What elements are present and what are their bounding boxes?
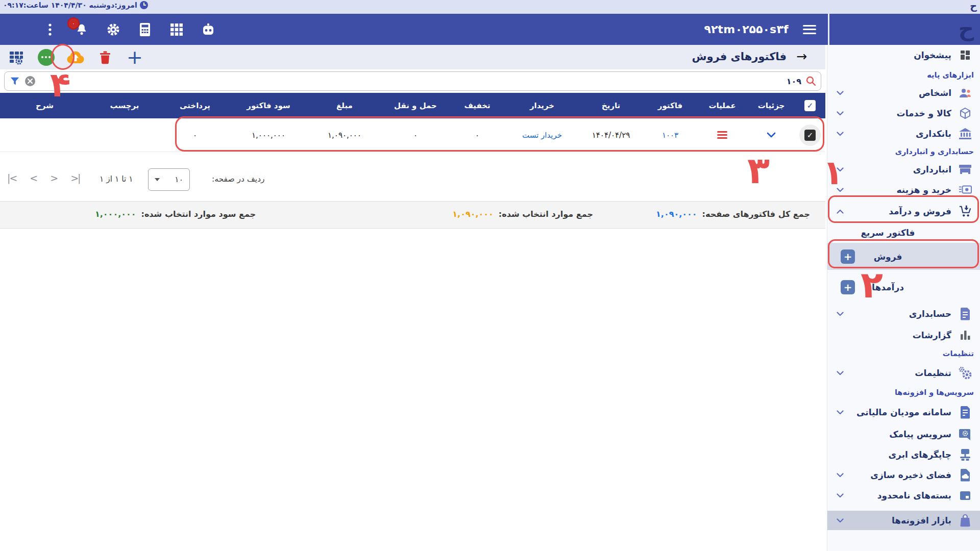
brand-logo-small: ح: [970, 0, 977, 11]
row-details-expander[interactable]: [748, 132, 795, 138]
page-title-bar: فاکتورهای فروش → +: [0, 45, 825, 69]
goods-icon: [959, 107, 972, 120]
apps-grid-icon[interactable]: [168, 21, 185, 38]
operations-menu-icon[interactable]: [717, 131, 727, 139]
column-header: سود فاکتور: [230, 101, 307, 110]
row-operations-menu[interactable]: [697, 131, 748, 139]
sms-icon: [959, 428, 972, 441]
more-options-icon[interactable]: [37, 48, 55, 66]
sidebar-item-label: گزارشات: [913, 330, 951, 340]
main-content: فاکتورهای فروش → + ۱۰: [0, 45, 825, 551]
filter-icon[interactable]: [10, 76, 20, 86]
search-icon[interactable]: [805, 76, 817, 87]
calculator-icon[interactable]: [137, 21, 153, 38]
menu-toggle-icon[interactable]: [803, 25, 816, 34]
app-bar-main: ۹۲tm۰۲۵۵۰s۳f ۰: [0, 14, 825, 45]
sidebar-item[interactable]: فروش و درآمد: [827, 200, 980, 222]
app-bar: ح ۹۲tm۰۲۵۵۰s۳f ۰: [0, 14, 980, 45]
next-page-icon[interactable]: >: [50, 172, 57, 184]
last-page-icon[interactable]: >|: [70, 172, 80, 184]
chevron-down-icon: [837, 167, 844, 172]
select-all-checkbox[interactable]: ✓: [804, 100, 816, 111]
sidebar-item[interactable]: چاپگرهای ابری: [827, 444, 980, 465]
column-header: خریدار: [506, 101, 578, 110]
gear-icon[interactable]: [105, 21, 121, 38]
rows-per-page-label: ردیف در صفحه:: [212, 174, 265, 184]
add-invoice-button[interactable]: +: [126, 48, 144, 66]
bank-icon: [959, 127, 972, 140]
sidebar-item-label: اشخاص: [919, 88, 951, 98]
sidebar-item[interactable]: بسته‌های نامحدود: [827, 485, 980, 506]
column-header: برچسب: [89, 101, 160, 110]
table-row[interactable]: ✓ ۱۰۰۳ ۱۴۰۴/۰۴/۲۹ خریدار تست ۰ ۰ ۱,۰۹۰,۰…: [0, 118, 825, 152]
kebab-menu-icon[interactable]: [42, 21, 58, 38]
selected-total-label: جمع موارد انتخاب شده:: [499, 209, 593, 219]
column-header: پرداختی: [160, 101, 230, 110]
table-settings-icon[interactable]: [7, 48, 26, 66]
shipping-value: ۰: [382, 131, 449, 140]
rows-per-page-select[interactable]: ۱۰: [148, 168, 190, 191]
settings-icon: [959, 366, 972, 380]
sidebar-item[interactable]: سامانه مودیان مالیاتی: [827, 400, 980, 424]
invoice-number-link[interactable]: ۱۰۰۳: [644, 131, 697, 140]
sidebar-item-label: کالا و خدمات: [897, 108, 951, 118]
sidebar-item[interactable]: اشخاص: [827, 83, 980, 103]
buyer-link[interactable]: خریدار تست: [506, 131, 578, 140]
page-total-summary: جمع کل فاکتورهای صفحه: ۱,۰۹۰,۰۰۰: [656, 209, 810, 219]
sidebar-item[interactable]: گزارشات: [827, 325, 980, 345]
row-checkbox-wrap: ✓: [799, 124, 821, 146]
sidebar-item[interactable]: حسابداری: [827, 303, 980, 325]
amount-value: ۱,۰۹۰,۰۰۰: [307, 131, 382, 140]
sidebar-item[interactable]: کالا و خدمات: [827, 103, 980, 123]
clear-search-icon[interactable]: [24, 76, 36, 87]
chevron-down-icon[interactable]: [767, 132, 776, 138]
page-toolbar: +: [7, 45, 144, 69]
sidebar-section-header: تنظیمات: [827, 345, 980, 362]
selected-total-value: ۱,۰۹۰,۰۰۰: [452, 209, 494, 219]
row-checkbox[interactable]: ✓: [804, 130, 816, 141]
robot-icon[interactable]: [200, 21, 216, 38]
chevron-down-icon: [837, 518, 844, 523]
sidebar-subitem[interactable]: فروش+: [827, 243, 980, 270]
sidebar-subitem[interactable]: فاکتور سریع: [827, 222, 980, 243]
back-arrow-icon[interactable]: →: [796, 49, 807, 64]
sidebar-subitem[interactable]: درآمدها+: [827, 277, 980, 297]
chevron-down-icon: [837, 188, 844, 192]
chevron-down-icon: [837, 312, 844, 316]
top-status-bar: امروز:دوشنبه ۱۴۰۴/۴/۳۰ ساعت:۰۹:۱۷ ح: [0, 0, 980, 14]
sidebar-item-label: سامانه مودیان مالیاتی: [856, 407, 951, 417]
invoice-date: ۱۴۰۴/۰۴/۲۹: [578, 131, 644, 140]
sidebar-item[interactable]: پیشخوان: [827, 45, 980, 65]
sidebar-item-label: فضای ذخیره سازی: [870, 470, 951, 480]
search-bar[interactable]: ۱۰۹: [4, 71, 821, 91]
brand-logo: ح: [959, 16, 974, 42]
search-input-value[interactable]: ۱۰۹: [787, 77, 801, 86]
sidebar-item[interactable]: فضای ذخیره سازی: [827, 465, 980, 485]
today-date: امروز:دوشنبه ۱۴۰۴/۴/۳۰ ساعت:۰۹:۱۷: [3, 1, 148, 9]
prev-page-icon[interactable]: <: [30, 172, 37, 184]
sidebar-item-label: حسابداری: [909, 309, 951, 319]
sidebar-item[interactable]: بازار افزونه‌ها: [827, 511, 980, 530]
sidebar-item[interactable]: انبارداری: [827, 159, 980, 180]
cloud-printer-icon: [959, 448, 972, 461]
sidebar-item[interactable]: بانکداری: [827, 123, 980, 144]
dashboard-icon: [959, 48, 972, 62]
sidebar-item[interactable]: تنظیمات: [827, 362, 980, 384]
column-header: تاریخ: [578, 101, 644, 110]
selected-profit-value: ۱,۰۰۰,۰۰۰: [95, 209, 136, 219]
sidebar-item[interactable]: سرویس پیامک: [827, 424, 980, 444]
chevron-up-icon: [837, 209, 844, 214]
sidebar-item[interactable]: خرید و هزینه: [827, 180, 980, 200]
upload-cloud-icon[interactable]: [66, 48, 85, 66]
bell-icon[interactable]: ۰: [74, 21, 90, 38]
trash-icon[interactable]: [96, 48, 114, 66]
purchase-icon: [959, 183, 972, 196]
column-header: عملیات: [697, 101, 748, 110]
selected-total-summary: جمع موارد انتخاب شده: ۱,۰۹۰,۰۰۰: [452, 209, 593, 219]
app-bar-icons: ۰: [42, 14, 216, 45]
add-icon[interactable]: +: [841, 249, 855, 264]
add-icon[interactable]: +: [841, 280, 855, 294]
chevron-down-icon: [837, 371, 844, 375]
sidebar-section-header: حسابداری و انبارداری: [827, 144, 980, 159]
first-page-icon[interactable]: |<: [7, 172, 16, 184]
